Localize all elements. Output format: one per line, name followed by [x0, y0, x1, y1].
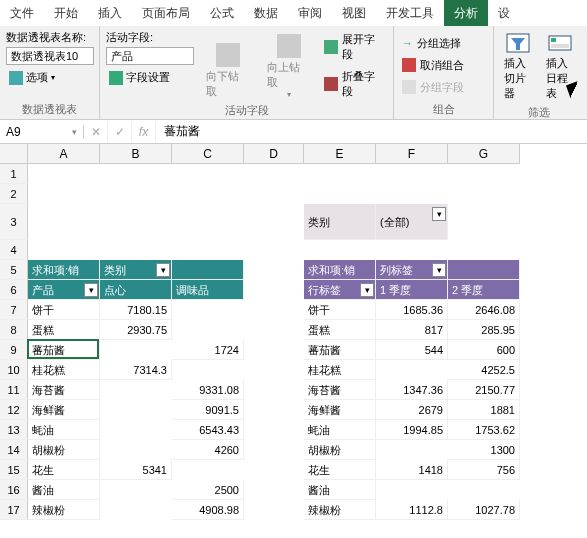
filter-dropdown[interactable]: ▾	[432, 207, 446, 221]
cell[interactable]: 1994.85	[376, 420, 448, 440]
col-header-B[interactable]: B	[100, 144, 172, 164]
menu-审阅[interactable]: 审阅	[288, 0, 332, 26]
cell[interactable]: 2 季度	[448, 280, 520, 300]
cell[interactable]: 酱油	[304, 480, 376, 500]
col-header-E[interactable]: E	[304, 144, 376, 164]
row-header-14[interactable]: 14	[0, 440, 28, 460]
row-header-11[interactable]: 11	[0, 380, 28, 400]
cell[interactable]: 2679	[376, 400, 448, 420]
collapse-field-button[interactable]: 折叠字段	[322, 67, 387, 101]
cell[interactable]: 1724	[172, 340, 244, 360]
formula-input[interactable]: 蕃茄酱	[156, 123, 587, 140]
cell[interactable]: 桂花糕	[28, 360, 100, 380]
drill-down-button[interactable]: 向下钻取	[200, 30, 255, 101]
col-header-A[interactable]: A	[28, 144, 100, 164]
cell[interactable]: 饼干	[28, 300, 100, 320]
filter-dropdown[interactable]: ▾	[84, 283, 98, 297]
row-header-17[interactable]: 17	[0, 500, 28, 520]
cell[interactable]: 海鲜酱	[28, 400, 100, 420]
row-header-13[interactable]: 13	[0, 420, 28, 440]
cell[interactable]: 酱油	[28, 480, 100, 500]
cell[interactable]: 蚝油	[28, 420, 100, 440]
cell[interactable]: 2500	[172, 480, 244, 500]
cell[interactable]: 2150.77	[448, 380, 520, 400]
row-header-16[interactable]: 16	[0, 480, 28, 500]
row-header-3[interactable]: 3	[0, 204, 28, 240]
cell[interactable]: 285.95	[448, 320, 520, 340]
cell[interactable]: 2646.08	[448, 300, 520, 320]
cell[interactable]: 1300	[448, 440, 520, 460]
cell[interactable]: 7180.15	[100, 300, 172, 320]
cell[interactable]: 辣椒粉	[304, 500, 376, 520]
cell[interactable]: 544	[376, 340, 448, 360]
cell[interactable]: 饼干	[304, 300, 376, 320]
cell[interactable]: 2930.75	[100, 320, 172, 340]
menu-开发工具[interactable]: 开发工具	[376, 0, 444, 26]
menu-页面布局[interactable]: 页面布局	[132, 0, 200, 26]
cell[interactable]: 4908.98	[172, 500, 244, 520]
cell[interactable]: 756	[448, 460, 520, 480]
row-header-8[interactable]: 8	[0, 320, 28, 340]
menu-数据[interactable]: 数据	[244, 0, 288, 26]
cell[interactable]: 1112.8	[376, 500, 448, 520]
cell[interactable]: 求和项:销	[28, 260, 100, 280]
row-header-12[interactable]: 12	[0, 400, 28, 420]
cell[interactable]: 蕃茄酱	[28, 340, 100, 360]
cell[interactable]: 1753.62	[448, 420, 520, 440]
menu-公式[interactable]: 公式	[200, 0, 244, 26]
pivot-name-input[interactable]	[6, 47, 94, 65]
name-box[interactable]: A9 ▾	[0, 125, 84, 139]
active-field-input[interactable]	[106, 47, 194, 65]
filter-dropdown[interactable]: ▾	[432, 263, 446, 277]
cell[interactable]: 花生	[304, 460, 376, 480]
row-header-5[interactable]: 5	[0, 260, 28, 280]
filter-dropdown[interactable]: ▾	[360, 283, 374, 297]
cancel-formula-button[interactable]: ✕	[84, 122, 108, 142]
cell[interactable]: 蛋糕	[304, 320, 376, 340]
row-header-4[interactable]: 4	[0, 240, 28, 260]
cell[interactable]: 桂花糕	[304, 360, 376, 380]
cell[interactable]: 4252.5	[448, 360, 520, 380]
col-header-C[interactable]: C	[172, 144, 244, 164]
insert-timeline-button[interactable]: 插入日程表	[542, 30, 578, 103]
insert-slicer-button[interactable]: 插入切片器	[500, 30, 536, 103]
cell[interactable]: 4260	[172, 440, 244, 460]
menu-分析[interactable]: 分析	[444, 0, 488, 26]
cell[interactable]: 花生	[28, 460, 100, 480]
field-settings-button[interactable]: 字段设置	[106, 68, 194, 87]
menu-设[interactable]: 设	[488, 0, 520, 26]
cell[interactable]	[172, 260, 244, 280]
fx-button[interactable]: fx	[132, 122, 156, 142]
cell[interactable]: 蕃茄酱	[304, 340, 376, 360]
cell[interactable]: 1418	[376, 460, 448, 480]
cell[interactable]: 9091.5	[172, 400, 244, 420]
row-header-10[interactable]: 10	[0, 360, 28, 380]
cell[interactable]: 蛋糕	[28, 320, 100, 340]
cell[interactable]: 辣椒粉	[28, 500, 100, 520]
row-header-9[interactable]: 9	[0, 340, 28, 360]
cell[interactable]	[448, 260, 520, 280]
row-header-1[interactable]: 1	[0, 164, 28, 184]
ungroup-button[interactable]: 取消组合	[400, 56, 466, 75]
cell[interactable]: 海苔酱	[28, 380, 100, 400]
menu-开始[interactable]: 开始	[44, 0, 88, 26]
cell[interactable]: 6543.43	[172, 420, 244, 440]
cell[interactable]: 1027.78	[448, 500, 520, 520]
cell[interactable]: 1347.36	[376, 380, 448, 400]
cell[interactable]: 1881	[448, 400, 520, 420]
row-header-7[interactable]: 7	[0, 300, 28, 320]
col-header-F[interactable]: F	[376, 144, 448, 164]
row-header-6[interactable]: 6	[0, 280, 28, 300]
row-header-15[interactable]: 15	[0, 460, 28, 480]
col-header-G[interactable]: G	[448, 144, 520, 164]
menu-视图[interactable]: 视图	[332, 0, 376, 26]
cell[interactable]: 1685.36	[376, 300, 448, 320]
cell[interactable]: 海鲜酱	[304, 400, 376, 420]
cell[interactable]: 817	[376, 320, 448, 340]
cell[interactable]: 蚝油	[304, 420, 376, 440]
cell[interactable]: 类别	[304, 204, 376, 240]
cell[interactable]: 7314.3	[100, 360, 172, 380]
cell[interactable]: 胡椒粉	[28, 440, 100, 460]
row-header-2[interactable]: 2	[0, 184, 28, 204]
cell[interactable]: 点心	[100, 280, 172, 300]
